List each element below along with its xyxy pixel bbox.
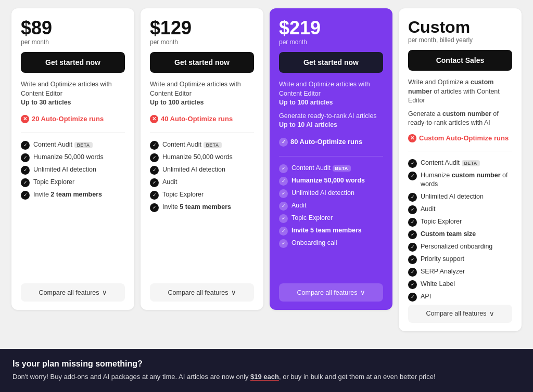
feature-humanize: ✓ Humanize 50,000 words [21, 153, 125, 162]
check-icon: ✓ [279, 227, 288, 236]
auto-optimize-icon: ✕ [408, 134, 416, 142]
feature-personalized-onboarding: ✓ Personalized onboarding [408, 242, 512, 252]
plan-89-auto-optimize: ✕ 20 Auto-Optimize runs [21, 115, 125, 123]
check-icon: ✓ [279, 189, 288, 198]
check-icon: ✓ [21, 166, 30, 175]
feature-content-audit: ✓ Content Audit BETA [279, 164, 383, 173]
check-icon: ✓ [408, 230, 417, 239]
check-icon: ✓ [408, 205, 417, 214]
check-icon: ✓ [279, 164, 288, 173]
plan-custom-card: Custom per month, billed yearly Contact … [399, 8, 522, 331]
plan-129-card: $129 per month Get started now Write and… [141, 8, 263, 310]
auto-optimize-icon: ✕ [150, 115, 158, 123]
divider [21, 133, 125, 133]
feature-white-label: ✓ White Label [408, 280, 512, 289]
plan-129-period: per month [150, 38, 254, 46]
check-icon: ✓ [21, 153, 30, 162]
chevron-down-icon: ∨ [231, 289, 236, 296]
plan-219-features: ✓ Content Audit BETA ✓ Humanize 50,000 w… [279, 161, 383, 267]
chevron-down-icon: ∨ [489, 310, 494, 318]
plan-89-card: $89 per month Get started now Write and … [11, 8, 134, 310]
plan-219-compare-button[interactable]: Compare all features ∨ [279, 283, 383, 302]
feature-content-audit: ✓ Content Audit BETA [150, 140, 254, 150]
plan-custom-price: Custom [408, 19, 512, 35]
check-icon: ✓ [408, 218, 417, 227]
chevron-down-icon: ∨ [360, 289, 365, 296]
feature-custom-team: ✓ Custom team size [408, 230, 512, 239]
pricing-section: $89 per month Get started now Write and … [0, 0, 533, 349]
plan-custom-desc1: Write and Optimize a custom number of ar… [408, 78, 512, 106]
feature-humanize: ✓ Humanize 50,000 words [150, 153, 254, 162]
check-icon: ✓ [279, 214, 288, 223]
feature-humanize: ✓ Humanize 50,000 words [279, 176, 383, 186]
plan-custom-compare-button[interactable]: Compare all features ∨ [408, 305, 512, 323]
check-icon: ✓ [279, 138, 288, 147]
check-icon: ✓ [279, 239, 288, 248]
check-icon: ✓ [408, 159, 417, 168]
feature-humanize-custom: ✓ Humanize custom number of words [408, 171, 512, 189]
feature-serp-analyzer: ✓ SERP Analyzer [408, 267, 512, 277]
plan-custom-auto-optimize: ✕ Custom Auto-Optimize runs [408, 134, 512, 142]
plan-89-features: ✓ Content Audit BETA ✓ Humanize 50,000 w… [21, 137, 125, 243]
bottom-banner: Is your plan missing something? Don't wo… [0, 349, 533, 393]
plan-219-desc: Write and Optimize articles with Content… [279, 80, 383, 108]
check-icon: ✓ [408, 193, 417, 202]
check-icon: ✓ [150, 191, 159, 200]
check-icon: ✓ [150, 141, 159, 150]
plan-219-cta-button[interactable]: Get started now [279, 52, 383, 73]
plan-89-price: $89 [21, 19, 125, 37]
auto-optimize-icon: ✕ [21, 115, 29, 123]
check-icon: ✓ [408, 293, 417, 302]
divider [408, 151, 512, 151]
plan-89-period: per month [21, 38, 125, 46]
feature-api: ✓ API [408, 292, 512, 302]
feature-content-audit: ✓ Content Audit BETA [408, 159, 512, 168]
plan-219-ai-desc: Generate ready-to-rank AI articles Up to… [279, 112, 383, 130]
check-icon: ✓ [150, 166, 159, 175]
check-icon: ✓ [21, 191, 30, 200]
banner-title: Is your plan missing something? [12, 359, 521, 369]
plan-129-auto-optimize: ✕ 40 Auto-Optimize runs [150, 115, 254, 123]
feature-team-members: ✓ Invite 5 team members [279, 226, 383, 236]
plan-89-desc: Write and Optimize articles with Content… [21, 80, 125, 108]
plan-129-desc: Write and Optimize articles with Content… [150, 80, 254, 108]
plan-219-period: per month [279, 38, 383, 46]
divider [279, 156, 383, 156]
plan-129-features: ✓ Content Audit BETA ✓ Humanize 50,000 w… [150, 137, 254, 250]
chevron-down-icon: ∨ [102, 289, 107, 296]
plan-custom-features: ✓ Content Audit BETA ✓ Humanize custom n… [408, 155, 512, 305]
feature-team-members: ✓ Invite 2 team members [21, 190, 125, 200]
check-icon: ✓ [150, 178, 159, 187]
check-icon: ✓ [21, 141, 30, 150]
feature-audit: ✓ Audit [279, 201, 383, 211]
feature-ai-detection: ✓ Unlimited AI detection [150, 165, 254, 175]
feature-ai-detection: ✓ Unlimited AI detection [21, 165, 125, 175]
feature-topic-explorer: ✓ Topic Explorer [408, 217, 512, 227]
feature-team-members: ✓ Invite 5 team members [150, 203, 254, 212]
divider [150, 133, 254, 133]
feature-topic-explorer: ✓ Topic Explorer [21, 178, 125, 187]
check-icon: ✓ [408, 243, 417, 252]
check-icon: ✓ [408, 268, 417, 277]
plan-89-compare-button[interactable]: Compare all features ∨ [21, 283, 125, 302]
banner-desc: Don't worry! Buy add-ons and AI packages… [12, 372, 521, 382]
plan-129-compare-button[interactable]: Compare all features ∨ [150, 283, 254, 302]
plan-219-price: $219 [279, 19, 383, 37]
feature-topic-explorer: ✓ Topic Explorer [279, 214, 383, 223]
check-icon: ✓ [279, 177, 288, 186]
feature-priority-support: ✓ Priority support [408, 255, 512, 264]
feature-ai-detection: ✓ Unlimited AI detection [279, 189, 383, 198]
feature-audit: ✓ Audit [408, 205, 512, 214]
plan-129-cta-button[interactable]: Get started now [150, 52, 254, 73]
check-icon: ✓ [408, 280, 417, 289]
feature-audit: ✓ Audit [150, 178, 254, 187]
plan-custom-period: per month, billed yearly [408, 36, 512, 44]
feature-onboarding: ✓ Onboarding call [279, 239, 383, 248]
plan-custom-cta-button[interactable]: Contact Sales [408, 50, 512, 71]
plan-219-auto-optimize: ✓ 80 Auto-Optimize runs [279, 137, 383, 147]
check-icon: ✓ [408, 172, 417, 180]
feature-content-audit: ✓ Content Audit BETA [21, 140, 125, 150]
plan-219-card: $219 per month Get started now Write and… [270, 8, 392, 310]
plan-89-cta-button[interactable]: Get started now [21, 52, 125, 73]
check-icon: ✓ [279, 202, 288, 211]
